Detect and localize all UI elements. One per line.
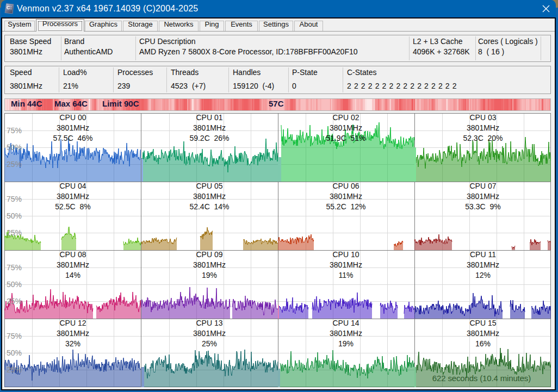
svg-text:3801MHz: 3801MHz — [57, 329, 89, 338]
svg-text:3801MHz: 3801MHz — [193, 123, 226, 132]
svg-text:3801MHz: 3801MHz — [193, 329, 226, 338]
svg-text:53.3C 9%: 53.3C 9% — [465, 202, 500, 211]
svg-text:55.2C 12%: 55.2C 12% — [326, 202, 365, 211]
svg-text:25%: 25% — [7, 160, 22, 169]
svg-text:CPU 06: CPU 06 — [332, 182, 359, 190]
svg-text:52.3C 20%: 52.3C 20% — [463, 134, 503, 142]
svg-text:19%: 19% — [202, 271, 217, 279]
svg-text:CPU 14: CPU 14 — [332, 319, 359, 327]
svg-text:50%: 50% — [7, 211, 22, 220]
svg-text:25%: 25% — [7, 365, 22, 374]
svg-text:CPU 01: CPU 01 — [196, 113, 222, 122]
svg-text:CPU 02: CPU 02 — [332, 113, 359, 122]
svg-text:CPU 10: CPU 10 — [332, 250, 359, 259]
svg-text:CPU 15: CPU 15 — [469, 319, 496, 327]
svg-text:CPU 08: CPU 08 — [59, 250, 86, 259]
svg-text:3801MHz: 3801MHz — [330, 192, 362, 201]
svg-text:52.4C 14%: 52.4C 14% — [189, 202, 229, 211]
svg-text:3801MHz: 3801MHz — [193, 260, 226, 269]
svg-text:3801MHz: 3801MHz — [330, 123, 362, 132]
svg-text:25%: 25% — [7, 297, 22, 306]
svg-text:CPU 09: CPU 09 — [196, 250, 222, 259]
svg-text:50%: 50% — [7, 349, 22, 357]
svg-text:75%: 75% — [7, 332, 22, 340]
svg-text:C:: C: — [7, 5, 12, 10]
svg-text:14%: 14% — [65, 271, 80, 279]
svg-text:CPU 13: CPU 13 — [196, 319, 222, 327]
svg-text:3801MHz: 3801MHz — [467, 123, 499, 132]
svg-text:11%: 11% — [339, 271, 354, 279]
svg-text:57.5C 46%: 57.5C 46% — [53, 134, 92, 142]
svg-text:CPU 03: CPU 03 — [469, 113, 496, 122]
svg-text:51.9C 51%: 51.9C 51% — [326, 134, 365, 142]
svg-text:CPU 00: CPU 00 — [59, 113, 86, 122]
svg-text:3801MHz: 3801MHz — [57, 260, 89, 269]
svg-text:75%: 75% — [7, 126, 22, 135]
svg-text:CPU 12: CPU 12 — [59, 319, 86, 327]
svg-text:16%: 16% — [475, 339, 491, 348]
svg-text:3801MHz: 3801MHz — [467, 192, 499, 201]
svg-text:19%: 19% — [338, 339, 354, 348]
svg-text:622 seconds (10.4 minutes): 622 seconds (10.4 minutes) — [432, 374, 531, 383]
svg-text:52.5C 8%: 52.5C 8% — [55, 202, 90, 211]
svg-text:59.2C 26%: 59.2C 26% — [189, 134, 229, 142]
svg-text:3801MHz: 3801MHz — [330, 329, 362, 338]
svg-text:CPU 07: CPU 07 — [469, 182, 496, 190]
svg-text:50%: 50% — [7, 143, 22, 152]
svg-text:3801MHz: 3801MHz — [467, 260, 499, 269]
svg-text:12%: 12% — [475, 271, 491, 279]
svg-text:3801MHz: 3801MHz — [57, 123, 89, 132]
svg-text:CPU 04: CPU 04 — [59, 182, 86, 190]
svg-text:CPU 05: CPU 05 — [196, 182, 222, 190]
svg-text:25%: 25% — [7, 228, 22, 237]
svg-text:3801MHz: 3801MHz — [467, 329, 499, 338]
svg-text:75%: 75% — [7, 263, 22, 272]
svg-text:3801MHz: 3801MHz — [193, 192, 226, 201]
svg-text:CPU 11: CPU 11 — [470, 250, 496, 259]
svg-text:75%: 75% — [7, 195, 22, 203]
svg-text:50%: 50% — [7, 280, 22, 289]
svg-text:3801MHz: 3801MHz — [330, 260, 362, 269]
svg-text:32%: 32% — [65, 339, 80, 348]
svg-text:25%: 25% — [202, 339, 217, 348]
svg-text:3801MHz: 3801MHz — [57, 192, 89, 201]
